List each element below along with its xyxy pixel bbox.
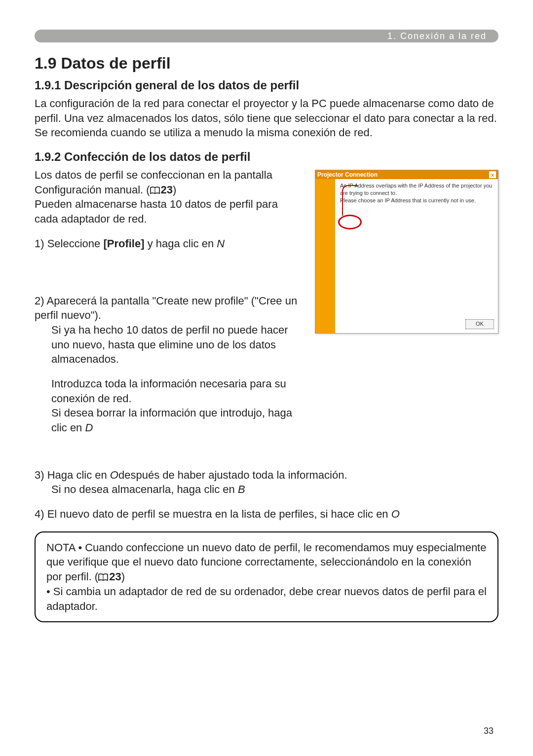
callout-circle [338, 215, 362, 229]
note-box: NOTA • Cuando confeccione un nuevo dato … [35, 531, 498, 622]
dialog-titlebar: Projector Connection x [315, 170, 498, 179]
callout-line [342, 185, 358, 216]
section-title-1-9-1: 1.9.1 Descripción general de los datos d… [35, 78, 498, 92]
step-3: 3) Haga clic en Odespués de haber ajusta… [35, 468, 498, 497]
step-1: 1) Seleccione [Profile] y haga clic en N [35, 236, 300, 251]
dialog-screenshot: Projector Connection x An IP Address ove… [315, 170, 498, 334]
book-icon [150, 187, 160, 194]
dialog-sidebar [315, 179, 335, 333]
dialog-title: Projector Connection [317, 171, 378, 178]
header-label: 1. Conexión a la red [387, 31, 487, 41]
section-1-9-1-body: La configuración de la red para conectar… [35, 96, 498, 140]
dialog-message-2: Please choose an IP Address that is curr… [340, 197, 493, 204]
ok-button[interactable]: OK [465, 319, 494, 329]
section-title-1-9: 1.9 Datos de perfil [35, 54, 498, 73]
step-4: 4) El nuevo dato de perfil se muestra en… [35, 507, 498, 522]
book-icon [98, 573, 108, 581]
dialog-content: An IP Address overlaps with the IP Addre… [335, 179, 498, 333]
section-title-1-9-2: 1.9.2 Confección de los datos de perfil [35, 150, 498, 164]
section-1-9-2-intro: Los datos de perfil se confeccionan en l… [35, 168, 300, 227]
close-icon[interactable]: x [489, 171, 496, 178]
dialog-message-1: An IP Address overlaps with the IP Addre… [340, 182, 493, 197]
step-2-line1: 2) Aparecerá la pantalla "Create new pro… [35, 294, 300, 367]
page-number: 33 [484, 726, 494, 736]
step-2-line2: Introduzca toda la información necesaria… [35, 377, 300, 435]
header-bar: 1. Conexión a la red [35, 30, 498, 42]
